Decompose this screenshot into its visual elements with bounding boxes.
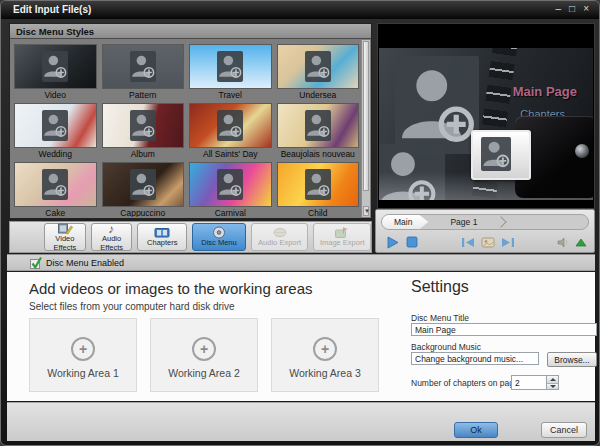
audio-export-button[interactable]: Audio Export xyxy=(251,223,309,251)
style-item: Child xyxy=(277,162,360,217)
style-label: Cake xyxy=(14,207,97,217)
menu-home-button[interactable] xyxy=(478,234,498,250)
settings-panel: Settings Disc Menu Title Background Musi… xyxy=(411,272,597,401)
dialog-footer: Ok Cancel xyxy=(7,402,595,441)
maximize-button[interactable]: □ xyxy=(569,2,575,16)
title-bar: Edit Input File(s) – □ × xyxy=(1,1,599,19)
chapters-count-input[interactable] xyxy=(511,375,547,390)
add-plus-icon[interactable]: + xyxy=(313,337,337,361)
style-thumbnail[interactable] xyxy=(277,103,360,148)
working-area-3[interactable]: +Working Area 3 xyxy=(271,318,379,392)
style-label: Album xyxy=(102,148,185,159)
style-label: Beaujolais nouveau xyxy=(277,148,360,159)
style-item: Pattern xyxy=(102,44,185,102)
close-button[interactable]: × xyxy=(583,2,589,16)
cancel-button[interactable]: Cancel xyxy=(541,422,587,438)
style-item: Carnival xyxy=(189,162,272,217)
chevron-right-icon xyxy=(496,216,507,227)
style-thumbnail[interactable] xyxy=(189,103,272,148)
pages-panel: MainPage 1 xyxy=(375,209,595,253)
disc-menu-styles-header: Disc Menu Styles xyxy=(10,24,371,39)
style-thumbnail[interactable] xyxy=(189,162,272,207)
disc-menu-button[interactable]: Disc Menu xyxy=(192,223,246,251)
disc-menu-styles-panel: Disc Menu Styles VideoPatternTravelUnder… xyxy=(9,23,372,219)
style-thumbnail[interactable] xyxy=(102,162,185,207)
camcorder-screen xyxy=(471,130,531,180)
working-area-1[interactable]: +Working Area 1 xyxy=(29,318,137,392)
play-button[interactable] xyxy=(382,234,402,250)
page-tab-page-1[interactable]: Page 1 xyxy=(428,215,495,229)
video-placeholder-icon xyxy=(42,51,68,82)
video-placeholder-icon xyxy=(130,169,156,200)
style-label: Travel xyxy=(189,89,272,100)
style-item: Video xyxy=(14,44,97,102)
video-placeholder-icon xyxy=(395,56,479,154)
style-item: Cappuccino xyxy=(102,162,185,217)
audio-effects-button[interactable]: ♪Audio Effects xyxy=(91,223,133,251)
video-placeholder-icon xyxy=(217,169,243,200)
preview-menu-title: Main Page xyxy=(513,84,577,99)
scrollbar-thumb[interactable] xyxy=(363,41,369,191)
background-music-input[interactable] xyxy=(411,352,539,365)
style-label: Carnival xyxy=(189,207,272,217)
scrollbar-down-arrow-icon[interactable]: ▼ xyxy=(363,206,369,216)
style-thumbnail[interactable] xyxy=(102,103,185,148)
style-thumbnail[interactable] xyxy=(277,44,360,89)
working-area-label: Working Area 1 xyxy=(30,367,136,379)
speaker-icon[interactable] xyxy=(554,234,574,250)
minimize-button[interactable]: – xyxy=(556,2,562,16)
style-label: Video xyxy=(14,89,97,100)
style-item: Wedding xyxy=(14,103,97,161)
video-placeholder-icon xyxy=(42,169,68,200)
style-thumbnail[interactable] xyxy=(14,44,97,89)
main-content: Add videos or images to the working area… xyxy=(7,272,595,401)
edit-input-files-dialog: Edit Input File(s) – □ × Disc Menu Style… xyxy=(0,0,600,446)
browse-button[interactable]: Browse... xyxy=(547,352,597,367)
style-label: Child xyxy=(277,207,360,217)
styles-scrollbar[interactable]: ▼ xyxy=(361,40,370,217)
page-tab-main[interactable]: Main xyxy=(382,215,428,229)
add-plus-icon[interactable]: + xyxy=(71,337,95,361)
stop-button[interactable] xyxy=(402,234,422,250)
style-label: Wedding xyxy=(14,148,97,159)
style-item: Undersea xyxy=(277,44,360,102)
video-effects-button[interactable]: Video Effects xyxy=(44,223,86,251)
spinner-down-button[interactable] xyxy=(547,383,558,390)
settings-heading: Settings xyxy=(411,278,469,296)
previous-page-button[interactable] xyxy=(458,234,478,250)
down-arrow-icon xyxy=(550,385,556,388)
chapters-button[interactable]: Chapters xyxy=(137,223,187,251)
video-placeholder-icon xyxy=(481,137,511,171)
background-music-label: Background Music xyxy=(411,342,481,352)
transport-controls xyxy=(382,233,588,251)
working-area-2[interactable]: +Working Area 2 xyxy=(150,318,258,392)
disc-menu-title-input[interactable] xyxy=(411,323,597,336)
style-label: Cappuccino xyxy=(102,207,185,217)
style-thumbnail[interactable] xyxy=(102,44,185,89)
up-arrow-icon xyxy=(550,378,556,381)
video-placeholder-icon xyxy=(305,110,331,141)
style-thumbnail[interactable] xyxy=(14,103,97,148)
disc-menu-title-label: Disc Menu Title xyxy=(411,313,469,323)
add-plus-icon[interactable]: + xyxy=(192,337,216,361)
video-placeholder-icon xyxy=(130,110,156,141)
working-area-label: Working Area 3 xyxy=(272,367,378,379)
next-page-button[interactable] xyxy=(498,234,518,250)
toolbar-button-label: Audio Export xyxy=(258,239,301,247)
style-thumbnail[interactable] xyxy=(14,162,97,207)
style-label: Pattern xyxy=(102,89,185,100)
toolbar-button-label: Chapters xyxy=(147,239,177,247)
menu-preview-image[interactable]: Main Page Chapters • Play • xyxy=(379,48,593,200)
image-export-button[interactable]: Image Export xyxy=(313,223,371,251)
working-areas: +Working Area 1+Working Area 2+Working A… xyxy=(29,318,379,392)
check-icon xyxy=(29,256,42,270)
status-bar: Disc Menu Enabled xyxy=(7,254,595,271)
style-thumbnail[interactable] xyxy=(277,162,360,207)
style-item: Travel xyxy=(189,44,272,102)
style-item: Beaujolais nouveau xyxy=(277,103,360,161)
ok-button[interactable]: Ok xyxy=(454,422,498,438)
volume-slider-button[interactable] xyxy=(574,234,588,250)
video-placeholder-icon xyxy=(130,51,156,82)
style-thumbnail[interactable] xyxy=(189,44,272,89)
style-item: Cake xyxy=(14,162,97,217)
